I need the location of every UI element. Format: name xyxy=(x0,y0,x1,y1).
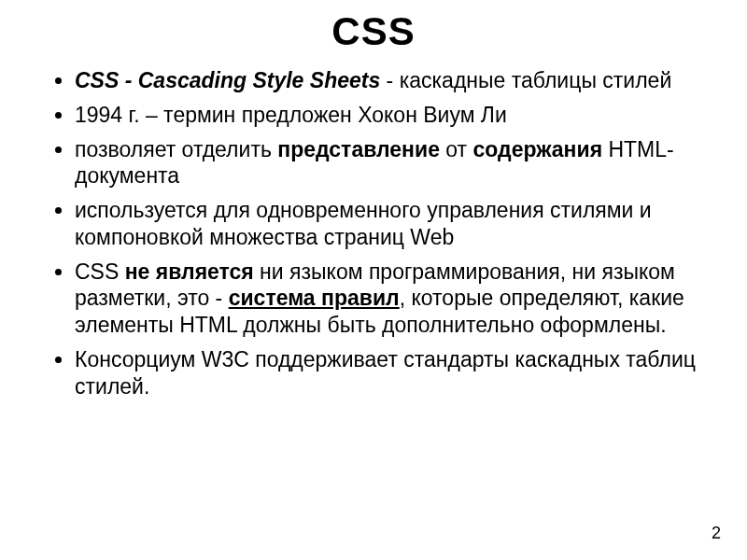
list-item: позволяет отделить представление от соде… xyxy=(75,136,710,190)
bullet-text: Консорциум W3C поддерживает стандарты ка… xyxy=(75,347,696,399)
bullet-text: позволяет отделить xyxy=(75,137,277,161)
list-item: CSS - Cascading Style Sheets - каскадные… xyxy=(75,67,710,94)
bullet-text-emph: CSS - Cascading Style Sheets xyxy=(75,68,380,92)
slide-title: CSS xyxy=(37,9,710,54)
list-item: используется для одновременного управлен… xyxy=(75,197,710,251)
list-item: Консорциум W3C поддерживает стандарты ка… xyxy=(75,346,710,400)
bullet-text-bold-underline: система правил xyxy=(229,286,400,310)
page-number: 2 xyxy=(712,524,721,543)
bullet-text-bold: представление xyxy=(277,137,440,161)
bullet-text: - каскадные таблицы стилей xyxy=(380,68,671,92)
bullet-text: 1994 г. – термин предложен Хокон Виум Ли xyxy=(75,103,507,127)
bullet-list: CSS - Cascading Style Sheets - каскадные… xyxy=(37,67,710,399)
slide: CSS CSS - Cascading Style Sheets - каска… xyxy=(0,0,747,560)
list-item: CSS не является ни языком программирован… xyxy=(75,259,710,339)
bullet-text: используется для одновременного управлен… xyxy=(75,198,652,249)
bullet-text: CSS xyxy=(75,259,125,284)
bullet-text-bold: содержания xyxy=(473,137,603,161)
bullet-text-bold: не является xyxy=(125,259,254,284)
list-item: 1994 г. – термин предложен Хокон Виум Ли xyxy=(75,102,710,129)
bullet-text: от xyxy=(440,137,473,161)
